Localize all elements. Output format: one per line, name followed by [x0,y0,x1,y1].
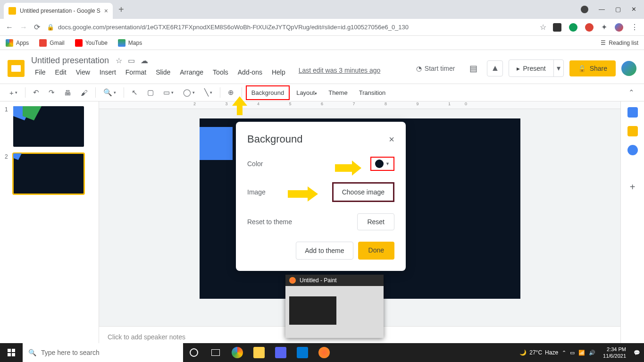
collapse-toolbar-icon[interactable]: ⌃ [625,86,638,99]
print-icon[interactable]: 🖶 [60,87,75,99]
paint-taskbar-preview[interactable]: Untitled - Paint [285,275,384,338]
image-icon[interactable]: ▭ ▾ [159,86,177,99]
keep-addon-icon[interactable] [627,126,638,136]
slide-thumb-1[interactable]: 1 [5,106,94,147]
ext-icon-3[interactable] [585,23,594,32]
maps-bookmark[interactable]: Maps [118,39,142,47]
last-edit-link[interactable]: Last edit was 3 minutes ago [299,67,381,78]
browser-tab[interactable]: Untitled presentation - Google S × [4,3,113,19]
menu-view[interactable]: View [72,67,94,78]
volume-icon[interactable]: 🔊 [589,350,595,356]
calendar-addon-icon[interactable] [627,107,638,118]
user-avatar[interactable] [621,61,636,76]
dialog-close-icon[interactable]: × [389,134,394,145]
present-button[interactable]: ▸Present [509,60,553,76]
tasks-addon-icon[interactable] [627,145,638,155]
ext-icon-1[interactable] [553,23,561,32]
paint-taskbar-icon[interactable] [313,343,335,362]
document-title[interactable]: Untitled presentation [31,56,109,66]
app-taskbar-icon-2[interactable] [292,343,313,362]
shape-icon[interactable]: ◯ ▾ [179,86,199,99]
reading-list[interactable]: ☰Reading list [601,40,638,46]
close-tab-icon[interactable]: × [104,7,108,15]
slideshow-icon[interactable]: ▲ [487,60,503,76]
account-icon[interactable] [581,6,588,13]
youtube-bookmark[interactable]: YouTube [75,39,108,47]
taskbar-search[interactable]: 🔍Type here to search [23,343,183,362]
slides-logo-icon[interactable] [8,60,25,77]
comments-icon[interactable]: ▤ [465,60,481,76]
clock[interactable]: 2:34 PM 11/6/2021 [599,346,630,360]
reload-icon[interactable]: ⟳ [34,23,40,32]
done-button[interactable]: Done [358,242,394,260]
add-to-theme-button[interactable]: Add to theme [296,242,353,260]
paint-format-icon[interactable]: 🖌 [77,87,92,99]
undo-icon[interactable]: ↶ [29,86,43,99]
start-timer-button[interactable]: ◔Start timer [411,62,460,75]
line-icon[interactable]: ╲ ▾ [201,86,216,99]
svg-marker-2 [288,186,318,202]
minimize-icon[interactable]: — [599,6,605,13]
menu-help[interactable]: Help [268,67,289,78]
weather-widget[interactable]: 🌙 27°C Haze [519,349,558,356]
menu-slide[interactable]: Slide [152,67,174,78]
chrome-address-bar: ← → ⟳ 🔒 docs.google.com/presentation/d/1… [0,19,644,36]
ext-icon-2[interactable] [569,23,577,32]
back-icon[interactable]: ← [6,23,13,32]
cloud-icon[interactable]: ☁ [141,56,148,65]
layout-button[interactable]: Layout▾ [292,86,322,99]
wifi-icon[interactable]: 📶 [578,350,585,356]
chevron-down-icon: ▼ [385,161,390,166]
new-slide-button[interactable]: + ▾ [6,87,21,99]
menu-addons[interactable]: Add-ons [234,67,266,78]
zoom-dropdown[interactable]: 🔍 ▾ [100,86,120,99]
cortana-icon[interactable] [183,343,205,362]
app-taskbar-icon-1[interactable] [270,343,292,362]
start-button[interactable] [0,343,23,362]
color-label: Color [247,160,263,168]
menu-edit[interactable]: Edit [51,67,70,78]
menu-arrange[interactable]: Arrange [176,67,207,78]
close-window-icon[interactable]: ✕ [631,6,636,13]
menu-file[interactable]: File [31,67,50,78]
profile-icon[interactable] [615,23,623,32]
star-doc-icon[interactable]: ☆ [116,56,122,65]
color-picker-button[interactable]: ▼ [370,157,394,171]
extensions-icon[interactable]: ✦ [601,23,607,32]
task-view-icon[interactable] [205,343,226,362]
move-icon[interactable]: ▭ [128,56,135,65]
explorer-taskbar-icon[interactable] [248,343,270,362]
menu-format[interactable]: Format [122,67,150,78]
notifications-icon[interactable]: 💬 [634,350,640,356]
new-tab-button[interactable]: + [118,4,124,15]
share-button[interactable]: 🔒Share [569,60,616,76]
url-field[interactable]: 🔒 docs.google.com/presentation/d/1eGTXE6… [47,24,533,31]
forward-icon[interactable]: → [20,23,27,32]
apps-bookmark[interactable]: Apps [6,39,29,47]
menu-insert[interactable]: Insert [96,67,120,78]
choose-image-button[interactable]: Choose image [332,182,394,202]
gmail-bookmark[interactable]: Gmail [39,39,64,47]
reset-label: Reset to theme [247,218,292,226]
redo-icon[interactable]: ↷ [45,86,59,99]
reset-button[interactable]: Reset [357,213,394,230]
select-tool-icon[interactable]: ↖ [128,86,142,99]
chrome-taskbar-icon[interactable] [226,343,248,362]
menu-tools[interactable]: Tools [209,67,232,78]
present-dropdown[interactable]: ▾ [553,60,563,76]
lock-icon: 🔒 [47,24,54,31]
star-icon[interactable]: ☆ [540,23,546,32]
chrome-menu-icon[interactable]: ⋮ [631,23,638,32]
background-button[interactable]: Background [246,85,290,100]
battery-icon[interactable]: ▭ [570,350,575,356]
add-addon-icon[interactable]: + [630,182,636,193]
textbox-icon[interactable]: ▢ [143,86,158,99]
transition-button[interactable]: Transition [354,86,391,99]
image-label: Image [247,188,266,196]
present-icon: ▸ [517,65,520,72]
maximize-icon[interactable]: ▢ [615,6,621,13]
tray-expand-icon[interactable]: ⌃ [562,350,566,356]
slide-thumb-2[interactable]: 2 [5,153,94,194]
theme-button[interactable]: Theme [324,86,352,99]
bookmarks-bar: Apps Gmail YouTube Maps ☰Reading list [0,36,644,50]
